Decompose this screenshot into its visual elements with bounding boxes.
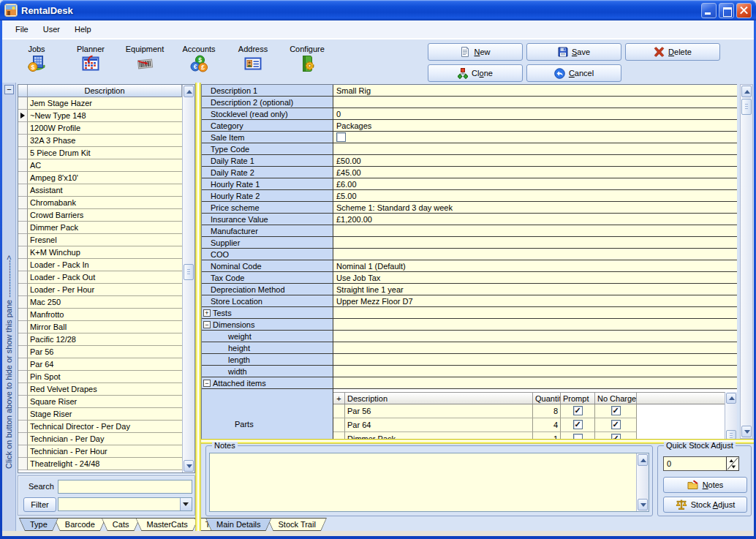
nav-configure-button[interactable]: Configure (280, 43, 334, 81)
description-column-header[interactable]: Description (28, 85, 182, 97)
field-supplier[interactable] (333, 237, 737, 249)
field-category[interactable]: Packages (333, 120, 737, 132)
no-charge-checkbox[interactable]: ✓ (611, 420, 621, 429)
parts-column-header-description[interactable]: Description (345, 393, 533, 404)
list-item[interactable]: Technician - Per Hour (18, 445, 182, 458)
field-hourly-rate-2[interactable]: £5.00 (333, 190, 737, 202)
scroll-up-button[interactable] (638, 454, 648, 466)
minimize-button[interactable] (701, 3, 717, 18)
list-item[interactable]: Par 56 (18, 346, 182, 358)
list-item[interactable]: Chromabank (18, 197, 182, 209)
list-item[interactable]: K+M Winchup (18, 246, 182, 259)
list-item[interactable]: AC (18, 159, 182, 172)
field-tests[interactable] (333, 307, 737, 319)
scroll-down-button[interactable] (184, 460, 194, 472)
tab-mastercats[interactable]: MasterCats (135, 518, 198, 531)
field-store-location[interactable]: Upper Mezz Floor D7 (333, 295, 737, 307)
list-item[interactable]: Technician - Per Day (18, 433, 182, 445)
list-item[interactable]: Red Velvet Drapes (18, 383, 182, 396)
list-item[interactable]: Loader - Pack Out (18, 271, 182, 284)
parts-row[interactable]: Par 644✓✓ (333, 418, 737, 432)
list-item[interactable]: Ampeg 8'x10' (18, 172, 182, 184)
parts-column-header-no-charge[interactable]: No Charge (595, 393, 637, 404)
list-item[interactable]: 5 Piece Drum Kit (18, 147, 182, 159)
field-description-1[interactable]: Small Rig (333, 85, 737, 97)
scrollbar-thumb[interactable] (184, 264, 194, 280)
cancel-button[interactable]: Cancel (526, 64, 621, 82)
no-charge-checkbox[interactable]: ✓ (611, 434, 621, 439)
close-button[interactable] (736, 3, 752, 18)
search-input[interactable] (58, 480, 192, 494)
maximize-button[interactable] (719, 3, 734, 18)
parts-row[interactable]: Par 568✓✓ (333, 404, 737, 418)
vertical-splitter[interactable] (195, 83, 201, 531)
menu-help[interactable]: Help (67, 22, 99, 37)
field-type-code[interactable] (333, 143, 737, 155)
field-attached-items[interactable] (333, 377, 737, 389)
list-item[interactable]: Pin Spot (18, 371, 182, 383)
list-item[interactable]: Jem Stage Hazer (18, 97, 182, 110)
field-description-2-optional[interactable] (333, 97, 737, 108)
nav-accounts-button[interactable]: Accounts$€£ (172, 43, 226, 81)
chevron-down-icon[interactable] (180, 498, 192, 510)
list-item[interactable]: Assistant (18, 184, 182, 197)
list-item[interactable]: Mac 250 (18, 296, 182, 309)
scroll-up-button[interactable] (726, 393, 736, 404)
list-item[interactable]: Dimmer Pack (18, 222, 182, 234)
list-item[interactable]: Par 64 (18, 358, 182, 371)
list-item[interactable]: Manfrotto (18, 309, 182, 321)
scroll-up-button[interactable] (741, 86, 752, 97)
field-width[interactable] (333, 366, 737, 377)
scroll-down-button[interactable] (638, 499, 648, 510)
notes-textarea[interactable] (210, 453, 636, 511)
expand-toggle-icon[interactable]: + (203, 309, 211, 317)
tab-cats[interactable]: Cats (102, 518, 140, 531)
tab-main-details[interactable]: Main Details (205, 518, 272, 531)
filter-button[interactable]: Filter (23, 497, 56, 512)
collapse-toggle-icon[interactable]: − (203, 321, 211, 328)
field-daily-rate-2[interactable]: £45.00 (333, 167, 737, 178)
prompt-checkbox[interactable]: ✓ (573, 420, 583, 429)
list-item[interactable]: Loader - Pack In (18, 259, 182, 271)
tab-type[interactable]: Type (19, 518, 58, 531)
save-button[interactable]: Save (526, 43, 621, 61)
list-item[interactable]: Square Riser (18, 396, 182, 408)
parts-row[interactable]: Dimmer Pack1✓ (333, 432, 737, 439)
list-item[interactable]: Theatrelight - 24/48 (18, 458, 182, 470)
field-manufacturer[interactable] (333, 225, 737, 237)
delete-button[interactable]: Delete (625, 43, 720, 61)
clone-button[interactable]: Clone (428, 64, 523, 82)
list-item[interactable]: ~New Type 148 (18, 110, 182, 122)
field-stocklevel-read-only[interactable]: 0 (333, 108, 737, 120)
list-item[interactable]: Loader - Per Hour (18, 284, 182, 296)
list-item[interactable]: Fresnel (18, 234, 182, 246)
field-height[interactable] (333, 342, 737, 354)
collapse-toggle-icon[interactable]: − (203, 380, 211, 387)
scroll-down-button[interactable] (741, 426, 752, 437)
quick-stock-adjust-input[interactable]: 0 (663, 456, 726, 471)
list-item[interactable]: 32A 3 Phase (18, 135, 182, 147)
list-item[interactable]: Mirror Ball (18, 321, 182, 333)
field-insurance-value[interactable]: £1,200.00 (333, 214, 737, 225)
field-coo[interactable] (333, 249, 737, 260)
nav-equipment-button[interactable]: Equipment (118, 43, 172, 81)
add-part-button[interactable]: + (333, 393, 345, 404)
field-sale-item[interactable] (333, 132, 737, 143)
menu-file[interactable]: File (8, 22, 36, 37)
parts-column-header-prompt[interactable]: Prompt (561, 393, 595, 404)
list-item[interactable]: 1200W Profile (18, 122, 182, 135)
field-nominal-code[interactable]: Nominal 1 (Default) (333, 260, 737, 272)
nav-address-button[interactable]: Address (226, 43, 280, 81)
field-price-scheme[interactable]: Scheme 1: Standard 3 day week (333, 202, 737, 214)
pane-collapse-button[interactable]: − (4, 85, 14, 94)
field-dimensions[interactable] (333, 319, 737, 331)
scrollbar-thumb[interactable] (741, 99, 752, 115)
field-hourly-rate-1[interactable]: £6.00 (333, 178, 737, 190)
scroll-up-button[interactable] (184, 86, 194, 97)
filter-combo[interactable] (58, 497, 192, 511)
spinner-icon[interactable] (726, 456, 739, 471)
tab-barcode[interactable]: Barcode (54, 518, 106, 531)
field-daily-rate-1[interactable]: £50.00 (333, 155, 737, 167)
menu-user[interactable]: User (36, 22, 67, 37)
parts-column-header-quantity[interactable]: Quantity (533, 393, 561, 404)
